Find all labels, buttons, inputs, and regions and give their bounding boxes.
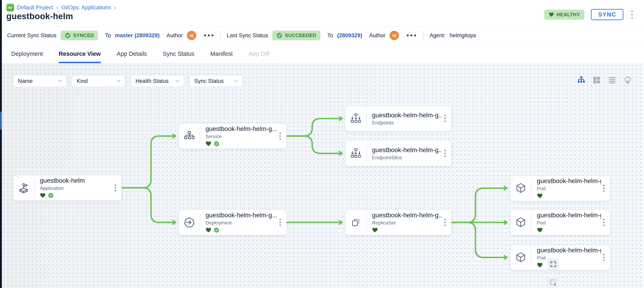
endpoints-icon [350, 113, 362, 124]
selection-box-icon [550, 279, 556, 286]
node-title: guestbook-helm-helm-g... [372, 212, 442, 219]
node-kind: Endpoints [372, 120, 442, 126]
author-avatar[interactable]: o( [390, 31, 399, 40]
pod-icon [515, 217, 526, 228]
to-label: To [327, 32, 333, 39]
divider [220, 31, 221, 40]
more-info-ellipsis-icon[interactable] [406, 34, 417, 37]
node-service[interactable]: guestbook-helm-helm-g... Service [179, 124, 286, 149]
app-menu-kebab-icon[interactable] [630, 9, 634, 20]
sidebar-active-indicator [0, 112, 2, 130]
node-pod[interactable]: guestbook-helm-helm-g... Pod [510, 210, 610, 235]
breadcrumb-chevron-icon: › [114, 4, 116, 11]
node-kind: Pod [537, 220, 601, 226]
breadcrumb-chevron-icon: › [56, 4, 58, 11]
node-application[interactable]: guestbook-helm Application [13, 175, 122, 200]
replicaset-icon [350, 217, 362, 228]
tab-bar: Deployment Resource View App Details Syn… [2, 44, 644, 63]
page-header: ∞ Default Project › GitOps: Applications… [2, 0, 644, 26]
synced-badge-label: SYNCED [73, 33, 94, 38]
tab-app-details[interactable]: App Details [117, 44, 147, 63]
node-title: guestbook-helm-helm-g... [372, 112, 442, 119]
synced-check-icon [214, 141, 219, 147]
tab-sync-status[interactable]: Sync Status [163, 44, 194, 63]
node-kind: Pod [537, 255, 601, 261]
healthy-heart-icon [40, 193, 46, 198]
tab-manifest[interactable]: Manifest [210, 44, 233, 63]
node-kind: ReplicaSet [372, 220, 442, 226]
node-deployment[interactable]: guestbook-helm-helm-g... Deployment [179, 210, 286, 235]
check-circle-icon [65, 32, 71, 38]
gitops-app-page: ∞ Default Project › GitOps: Applications… [0, 0, 644, 288]
page-title: guestbook-helm [6, 11, 73, 21]
fullscreen-icon [550, 261, 556, 267]
node-title: guestbook-helm-helm-g... [372, 146, 442, 154]
sync-button[interactable]: SYNC [591, 9, 624, 20]
agent-value: helmgitops [450, 32, 476, 39]
check-circle-icon [276, 32, 282, 38]
current-revision-link[interactable]: master (2809329) [115, 32, 160, 39]
node-kebab-icon[interactable] [277, 132, 286, 140]
tab-resource-view[interactable]: Resource View [59, 44, 101, 63]
node-kind: Deployment [206, 220, 277, 226]
node-kebab-icon[interactable] [442, 219, 451, 226]
node-pod[interactable]: guestbook-helm-helm-g... Pod [510, 245, 610, 270]
node-kebab-icon[interactable] [112, 184, 122, 191]
node-kind: Service [206, 134, 277, 139]
last-sync-status-label: Last Sync Status [227, 32, 268, 39]
tab-deployment[interactable]: Deployment [11, 44, 43, 63]
gitops-logo-icon: ∞ [6, 4, 14, 11]
header-actions: HEALTHY SYNC [544, 9, 634, 20]
healthy-heart-icon [537, 193, 543, 199]
node-endpoints[interactable]: guestbook-helm-helm-g... Endpoints [345, 106, 451, 131]
node-kebab-icon[interactable] [442, 150, 451, 157]
service-icon [184, 130, 195, 142]
node-kind: Pod [537, 186, 601, 191]
health-badge-label: HEALTHY [556, 12, 580, 17]
healthy-heart-icon [206, 228, 212, 233]
deployment-icon [184, 217, 195, 228]
fit-view-button[interactable] [547, 258, 559, 270]
node-pod[interactable]: guestbook-helm-helm-g... Pod [510, 175, 610, 201]
selection-tool-button[interactable] [547, 277, 559, 288]
breadcrumb-project-link[interactable]: Default Project [17, 4, 53, 11]
to-label: To [105, 32, 111, 39]
collapsed-sidebar[interactable] [0, 0, 2, 288]
resource-tree-canvas[interactable]: Name Kind Health Status Sync Status [2, 63, 644, 288]
node-kebab-icon[interactable] [601, 184, 610, 192]
node-kebab-icon[interactable] [601, 219, 610, 226]
healthy-heart-icon [537, 228, 543, 233]
synced-badge: SYNCED [60, 30, 98, 40]
node-kebab-icon[interactable] [601, 254, 610, 261]
last-revision-link[interactable]: (2809329) [337, 32, 362, 39]
healthy-heart-icon [537, 263, 543, 268]
health-status-badge: HEALTHY [544, 9, 584, 20]
synced-check-icon [48, 193, 54, 198]
sync-status-bar: Current Sync Status SYNCED To master (28… [2, 26, 644, 44]
application-icon [18, 182, 30, 194]
node-endpointslice[interactable]: guestbook-helm-helm-g... EndpointSlice [345, 141, 451, 166]
node-title: guestbook-helm-helm-g... [206, 212, 277, 219]
node-title: guestbook-helm-helm-g... [206, 125, 277, 133]
breadcrumb: ∞ Default Project › GitOps: Applications… [6, 4, 116, 11]
node-replicaset[interactable]: guestbook-helm-helm-g... ReplicaSet [345, 210, 451, 235]
succeeded-badge: SUCCEEDED [272, 30, 320, 40]
more-info-ellipsis-icon[interactable] [203, 34, 214, 37]
breadcrumb-applications-link[interactable]: GitOps: Applications [62, 4, 111, 11]
author-label: Author [369, 32, 386, 39]
succeeded-badge-label: SUCCEEDED [285, 33, 316, 38]
pod-icon [515, 252, 526, 263]
tab-app-diff: App Diff [248, 44, 270, 63]
node-kebab-icon[interactable] [442, 115, 451, 122]
author-avatar[interactable]: o( [187, 31, 196, 40]
node-title: guestbook-helm-helm-g... [537, 212, 601, 219]
node-kebab-icon[interactable] [277, 219, 286, 226]
heart-icon [549, 12, 554, 17]
current-sync-status-label: Current Sync Status [7, 32, 56, 39]
node-kind: EndpointSlice [372, 155, 442, 160]
healthy-heart-icon [206, 141, 212, 146]
pod-icon [515, 182, 526, 194]
synced-check-icon [214, 227, 219, 233]
divider [423, 31, 424, 40]
node-title: guestbook-helm [40, 177, 112, 184]
